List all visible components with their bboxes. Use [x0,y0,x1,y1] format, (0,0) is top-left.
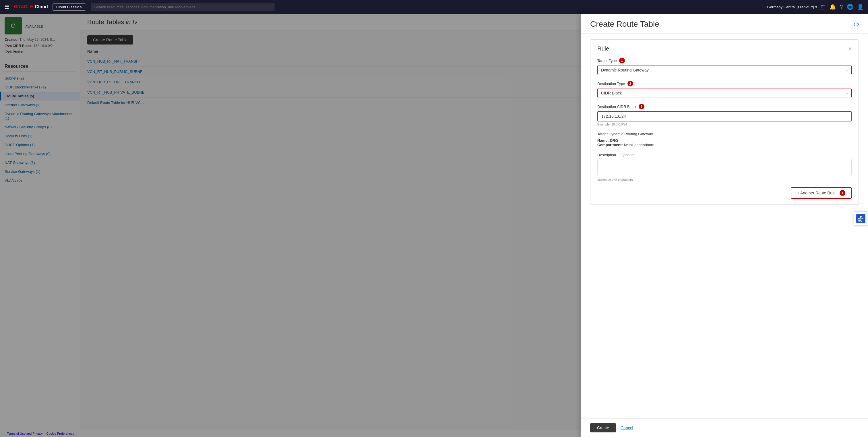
panel-body: Rule × Target Type 1 Dynamic Routing Gat… [581,34,868,418]
globe-icon[interactable]: 🌐 [847,4,853,10]
description-field: Description Optional Maximum 255 charact… [597,153,851,182]
nav-right: Germany Central (Frankfurt) ▾ ⬚ 🔔 ? 🌐 👤 [767,4,863,10]
target-type-select-wrapper: Dynamic Routing GatewayInternet GatewayN… [597,65,851,75]
menu-hamburger-icon[interactable]: ☰ [5,4,9,10]
accessibility-widget[interactable]: ⊞ [854,211,868,226]
cloud-classic-button[interactable]: Cloud Classic > [53,3,86,11]
rule-card: Rule × Target Type 1 Dynamic Routing Gat… [590,39,859,205]
oracle-text: ORACLE [14,4,33,9]
target-type-field: Target Type 1 Dynamic Routing GatewayInt… [597,58,851,75]
drg-compartment-label: Compartment: [597,143,623,147]
drg-name-label: Name: [597,138,609,143]
top-navigation: ☰ ORACLE Cloud Cloud Classic > Germany C… [0,0,868,14]
cloud-text: Cloud [35,4,48,9]
modal-cancel-button[interactable]: Cancel [621,426,633,430]
destination-type-select[interactable]: CIDR BlockService [597,88,851,98]
svg-text:⊞: ⊞ [858,220,860,221]
target-drg-title: Target Dynamic Routing Gateway [597,132,851,136]
drg-compartment-value: IwanHoogendoorn [624,143,654,147]
region-selector[interactable]: Germany Central (Frankfurt) ▾ [767,5,817,9]
search-input[interactable] [91,3,274,11]
description-label: Description Optional [597,153,851,157]
cloud-shell-icon[interactable]: ⬚ [820,4,826,10]
modal-create-button[interactable]: Create [590,423,616,432]
drg-info: Name: DRG Compartment: IwanHoogendoorn [597,138,851,147]
chevron-down-icon: ▾ [815,5,817,9]
step-badge-4: 4 [840,190,845,196]
drg-name-value: DRG [610,138,618,143]
step-badge-1: 1 [619,58,625,63]
destination-cidr-example: Example: 10.0.0.0/24 [597,123,851,126]
description-max-chars: Maximum 255 characters [597,178,851,182]
user-avatar-icon[interactable]: 👤 [857,4,863,10]
close-rule-button[interactable]: × [848,45,851,52]
rule-card-title: Rule [597,45,609,52]
destination-type-field: Destination Type 2 CIDR BlockService [597,81,851,98]
destination-cidr-field: Destination CIDR Block 3 Example: 10.0.0… [597,104,851,126]
another-rule-area: + Another Route Rule 4 [597,187,851,199]
rule-card-header: Rule × [597,45,851,52]
region-label: Germany Central (Frankfurt) [767,5,814,9]
panel-header: Create Route Table Help [581,14,868,34]
nav-icons: ⬚ 🔔 ? 🌐 👤 [820,4,863,10]
destination-type-label: Destination Type 2 [597,81,851,87]
destination-cidr-label: Destination CIDR Block 3 [597,104,851,110]
destination-cidr-input[interactable] [597,111,851,121]
panel-footer: Create Cancel [581,418,868,437]
destination-type-select-wrapper: CIDR BlockService [597,88,851,98]
create-route-table-panel: Create Route Table Help Rule × Target Ty… [581,14,868,437]
description-input[interactable] [597,159,851,176]
oracle-logo: ORACLE Cloud [14,4,48,9]
target-type-select[interactable]: Dynamic Routing GatewayInternet GatewayN… [597,65,851,75]
svg-point-1 [860,216,862,218]
step-badge-3: 3 [639,104,644,110]
target-type-label: Target Type 1 [597,58,851,63]
panel-help-link[interactable]: Help [850,22,859,26]
bell-icon[interactable]: 🔔 [830,4,836,10]
another-route-rule-button[interactable]: + Another Route Rule 4 [791,187,851,199]
a11y-icon: ⊞ [856,214,865,223]
step-badge-2: 2 [627,81,633,87]
help-icon[interactable]: ? [840,4,843,10]
target-drg-section: Target Dynamic Routing Gateway Name: DRG… [597,132,851,147]
description-optional: Optional [621,153,634,157]
panel-title: Create Route Table [590,20,659,29]
